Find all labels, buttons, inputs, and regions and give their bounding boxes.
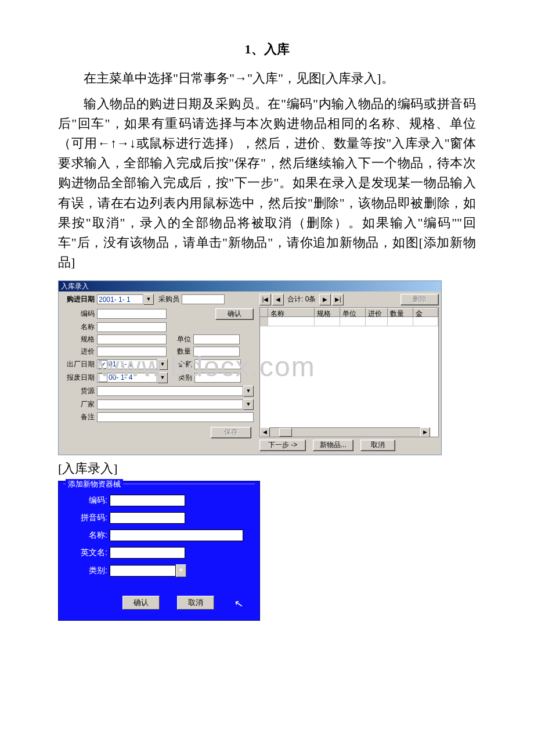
label-buyer: 采购员 xyxy=(158,294,182,304)
nav-prev-icon[interactable]: ◀ xyxy=(272,294,284,305)
purchase-date-picker[interactable]: 2001- 1- 1 ▼ xyxy=(97,294,154,305)
scroll-right-icon[interactable]: ▶ xyxy=(420,427,430,437)
label-code: 编码 xyxy=(62,309,97,319)
items-grid[interactable]: 名称 规格 单位 进价 数量 金 xyxy=(259,307,439,437)
scrap-date-value: 00- 1- 4 xyxy=(109,373,132,381)
spec-input[interactable] xyxy=(97,334,167,344)
maker-select[interactable]: ▼ xyxy=(97,399,254,410)
dropdown-icon[interactable]: ▼ xyxy=(243,399,254,410)
cancel-button[interactable]: 取消 xyxy=(177,596,214,610)
grid-header: 名称 规格 单位 进价 数量 金 xyxy=(260,308,438,317)
section-heading: 1、入库 xyxy=(58,41,476,58)
label-maker: 厂家 xyxy=(62,399,97,409)
label-remark: 备注 xyxy=(62,412,97,422)
purchase-date-value[interactable]: 2001- 1- 1 xyxy=(97,294,143,304)
label-code: 编码: xyxy=(69,495,110,506)
group-title: 添加新物资器械 xyxy=(66,479,123,489)
dropdown-icon[interactable]: ▼ xyxy=(143,294,154,305)
qty-input[interactable] xyxy=(193,347,240,357)
scroll-thumb[interactable] xyxy=(279,428,292,437)
mfg-date-picker[interactable]: ✓ 01- 1- 1 ▼ xyxy=(97,359,168,370)
label-amount: 金额 xyxy=(170,359,194,369)
dropdown-icon[interactable]: ▼ xyxy=(243,386,254,397)
mfg-date-value: 01- 1- 1 xyxy=(109,360,132,368)
amount-input[interactable] xyxy=(194,359,241,369)
buyer-input[interactable] xyxy=(182,294,225,304)
name-input[interactable] xyxy=(110,530,243,541)
scrap-date-picker[interactable]: 00- 1- 4 ▼ xyxy=(97,372,168,383)
dropdown-icon[interactable]: ▼ xyxy=(176,564,186,577)
pinyin-input[interactable] xyxy=(110,512,185,524)
remark-input[interactable] xyxy=(97,412,254,422)
english-input[interactable] xyxy=(110,547,185,559)
code-input[interactable] xyxy=(110,495,185,506)
grid-col-amount: 金 xyxy=(413,308,438,317)
label-spec: 规格 xyxy=(62,334,97,344)
paragraph-intro: 在主菜单中选择"日常事务"→"入库"，见图[入库录入]。 xyxy=(58,69,476,88)
grid-col-name: 名称 xyxy=(268,308,315,317)
category-select[interactable]: ▼ xyxy=(110,564,186,577)
label-category: 类别: xyxy=(69,566,110,576)
ok-button[interactable]: 确认 xyxy=(122,596,160,610)
scroll-left-icon[interactable]: ◀ xyxy=(260,427,270,437)
category-input[interactable] xyxy=(194,373,241,383)
grid-col-selector xyxy=(260,308,268,317)
label-scrap-date: 报废日期 xyxy=(62,373,97,383)
save-button[interactable]: 保存 xyxy=(211,427,251,438)
window-title-bar: 入库录入 xyxy=(59,281,441,291)
label-name: 名称: xyxy=(69,530,110,541)
label-category: 类别 xyxy=(170,373,194,383)
label-source: 货源 xyxy=(62,386,97,396)
grid-toolbar: |◀ ◀ 合计: 0条 ▶ ▶| 删除 xyxy=(259,294,439,305)
source-select[interactable]: ▼ xyxy=(97,386,254,397)
code-input[interactable] xyxy=(97,309,167,319)
label-purchase-date: 购进日期 xyxy=(62,294,97,304)
nav-first-icon[interactable]: |◀ xyxy=(259,294,271,305)
label-pinyin: 拼音码: xyxy=(69,513,110,523)
app-inbound-entry: www.bdocx.com 入库录入 购进日期 2001- 1- 1 ▼ 采购员… xyxy=(58,280,442,455)
label-english: 英文名: xyxy=(69,548,110,558)
next-step-button[interactable]: 下一步 -> xyxy=(259,440,306,451)
nav-last-icon[interactable]: ▶| xyxy=(332,294,344,305)
delete-button[interactable]: 删除 xyxy=(400,294,439,305)
label-unit: 单位 xyxy=(169,334,193,344)
dropdown-icon[interactable]: ▼ xyxy=(157,359,168,370)
label-mfg-date: 出厂日期 xyxy=(62,359,97,369)
price-input[interactable] xyxy=(97,347,167,357)
unit-input[interactable] xyxy=(193,334,240,344)
app-add-new-item: 添加新物资器械 编码: 拼音码: 名称: 英文名: xyxy=(58,481,260,621)
grid-col-spec: 规格 xyxy=(315,308,340,317)
grid-col-price: 进价 xyxy=(366,308,388,317)
grid-col-unit: 单位 xyxy=(340,308,366,317)
paragraph-instructions: 输入物品的购进日期及采购员。在"编码"内输入物品的编码或拼音码后"回车"，如果有… xyxy=(58,94,476,272)
nav-next-icon[interactable]: ▶ xyxy=(319,294,331,305)
mfg-date-checkbox[interactable]: ✓ xyxy=(99,360,107,369)
label-price: 进价 xyxy=(62,347,97,357)
label-qty: 数量 xyxy=(169,347,193,357)
name-input[interactable] xyxy=(97,322,167,332)
figure-caption-1: [入库录入] xyxy=(58,460,476,477)
scrap-date-checkbox[interactable] xyxy=(99,373,107,382)
grid-row-empty xyxy=(260,317,438,326)
label-name: 名称 xyxy=(62,322,97,332)
grid-col-qty: 数量 xyxy=(388,308,413,317)
grid-scrollbar[interactable]: ◀ ▶ xyxy=(260,427,430,437)
dropdown-icon[interactable]: ▼ xyxy=(157,372,168,383)
confirm-button[interactable]: 确认 xyxy=(215,308,254,320)
grid-total-label: 合计: 0条 xyxy=(287,294,316,304)
new-item-button[interactable]: 新物品... xyxy=(313,440,353,451)
cancel-button[interactable]: 取消 xyxy=(360,440,395,451)
